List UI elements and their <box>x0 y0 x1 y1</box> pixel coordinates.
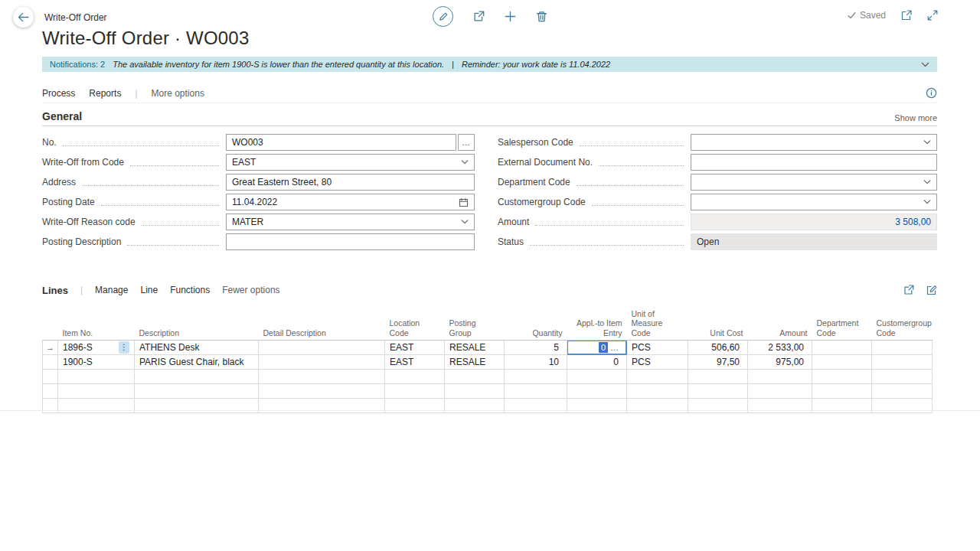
salesperson-code-combobox[interactable] <box>691 134 937 151</box>
lines-share-button[interactable] <box>903 285 914 295</box>
col-location-code[interactable]: Location Code <box>385 309 445 341</box>
cell-amount[interactable]: 975,00 <box>748 355 812 370</box>
empty-cell[interactable] <box>385 370 445 384</box>
empty-cell[interactable] <box>567 370 627 384</box>
writeoff-reason-code-combobox[interactable]: MATER <box>226 214 475 230</box>
col-appl-to-item-entry[interactable]: Appl.-to Item Entry <box>567 309 627 341</box>
address-input[interactable]: Great Eastern Street, 80 <box>226 174 475 191</box>
back-button[interactable] <box>13 7 34 28</box>
lines-menu-functions[interactable]: Functions <box>170 285 210 295</box>
external-document-no-input[interactable] <box>691 154 937 171</box>
empty-cell[interactable] <box>259 384 385 399</box>
page-inspector-button[interactable] <box>926 87 937 99</box>
open-in-window-button[interactable] <box>901 10 912 21</box>
cell-customergroup-code[interactable] <box>872 341 933 355</box>
empty-cell[interactable] <box>259 370 385 384</box>
cell-appl-to-item-entry-selected[interactable]: 0 … <box>567 341 627 355</box>
cell-item-no[interactable]: 1896-S ⋮ <box>58 341 135 355</box>
col-customergroup-code[interactable]: Customergroup Code <box>872 309 933 341</box>
breadcrumb[interactable]: Write-Off Order <box>44 12 107 23</box>
cell-location-code[interactable]: EAST <box>385 341 445 355</box>
posting-date-input[interactable]: 11.04.2022 <box>226 194 475 210</box>
empty-cell[interactable] <box>445 384 505 399</box>
empty-table-row[interactable] <box>43 384 933 399</box>
cell-department-code[interactable] <box>812 355 872 370</box>
cell-quantity[interactable]: 10 <box>505 355 567 370</box>
row-selector-cell[interactable] <box>43 370 58 384</box>
delete-button[interactable] <box>536 11 547 22</box>
col-department-code[interactable]: Department Code <box>812 309 872 341</box>
cell-unit-cost[interactable]: 97,50 <box>688 355 748 370</box>
empty-cell[interactable] <box>385 384 445 399</box>
cell-amount[interactable]: 2 533,00 <box>748 341 812 355</box>
col-unit-cost[interactable]: Unit Cost <box>688 309 748 341</box>
customergroup-code-combobox[interactable] <box>691 194 937 210</box>
row-selector-cell[interactable] <box>43 355 58 370</box>
empty-cell[interactable] <box>872 370 933 384</box>
col-description[interactable]: Description <box>135 309 259 341</box>
no-input[interactable]: WO003 <box>226 134 456 151</box>
empty-cell[interactable] <box>627 370 688 384</box>
col-posting-group[interactable]: Posting Group <box>445 309 505 341</box>
new-button[interactable] <box>505 11 516 22</box>
empty-cell[interactable] <box>812 370 872 384</box>
empty-cell[interactable] <box>567 384 627 399</box>
empty-cell[interactable] <box>58 384 135 399</box>
lines-menu-line[interactable]: Line <box>140 285 158 295</box>
edit-button[interactable] <box>433 6 453 27</box>
focus-mode-button[interactable] <box>927 10 938 21</box>
empty-cell[interactable] <box>688 384 748 399</box>
cell-posting-group[interactable]: RESALE <box>445 341 505 355</box>
share-button[interactable] <box>473 11 485 22</box>
menu-process[interactable]: Process <box>42 88 75 99</box>
posting-description-input[interactable] <box>226 233 475 250</box>
cell-posting-group[interactable]: RESALE <box>445 355 505 370</box>
empty-cell[interactable] <box>135 370 259 384</box>
cell-location-code[interactable]: EAST <box>385 355 445 370</box>
empty-cell[interactable] <box>505 370 567 384</box>
cell-unit-of-measure[interactable]: PCS <box>627 341 688 355</box>
notification-collapse-button[interactable] <box>921 61 929 68</box>
empty-cell[interactable] <box>748 384 812 399</box>
cell-description[interactable]: PARIS Guest Chair, black <box>135 355 259 370</box>
cell-description[interactable]: ATHENS Desk <box>135 341 259 355</box>
col-quantity[interactable]: Quantity <box>505 309 567 341</box>
empty-cell[interactable] <box>688 370 748 384</box>
general-section-title[interactable]: General <box>42 110 82 122</box>
cell-detail-description[interactable] <box>259 355 385 370</box>
empty-cell[interactable] <box>505 384 567 399</box>
lines-menu-manage[interactable]: Manage <box>95 285 128 295</box>
menu-more-options[interactable]: More options <box>152 88 204 99</box>
cell-assist-button[interactable]: … <box>610 343 619 352</box>
cell-appl-to-item-entry[interactable]: 0 <box>567 355 627 370</box>
menu-reports[interactable]: Reports <box>89 88 121 99</box>
empty-cell[interactable] <box>812 384 872 399</box>
empty-cell[interactable] <box>58 370 135 384</box>
empty-cell[interactable] <box>872 384 933 399</box>
cell-customergroup-code[interactable] <box>872 355 933 370</box>
cell-unit-of-measure[interactable]: PCS <box>627 355 688 370</box>
table-row[interactable]: → 1896-S ⋮ ATHENS Desk EAST RESALE 5 <box>43 341 933 355</box>
show-more-link[interactable]: Show more <box>894 113 937 122</box>
department-code-combobox[interactable] <box>691 174 937 191</box>
cell-unit-cost[interactable]: 506,60 <box>688 341 748 355</box>
col-detail-description[interactable]: Detail Description <box>259 309 385 341</box>
cell-department-code[interactable] <box>812 341 872 355</box>
cell-item-no[interactable]: 1900-S <box>58 355 135 370</box>
notifications-link[interactable]: Notifications: 2 <box>50 60 105 69</box>
lines-menu-fewer-options[interactable]: Fewer options <box>222 285 279 295</box>
col-unit-of-measure-code[interactable]: Unit of Measure Code <box>627 309 688 341</box>
row-selector-cell[interactable]: → <box>43 341 58 355</box>
empty-cell[interactable] <box>748 370 812 384</box>
writeoff-from-code-combobox[interactable]: EAST <box>226 154 475 171</box>
col-item-no[interactable]: Item No. <box>58 309 135 341</box>
empty-cell[interactable] <box>627 384 688 399</box>
lines-edit-list-button[interactable] <box>926 285 937 295</box>
cell-detail-description[interactable] <box>259 341 385 355</box>
no-assist-button[interactable]: … <box>458 134 475 151</box>
col-amount[interactable]: Amount <box>748 309 812 341</box>
empty-table-row[interactable] <box>43 370 933 384</box>
empty-cell[interactable] <box>445 370 505 384</box>
row-selector-cell[interactable] <box>43 384 58 399</box>
empty-cell[interactable] <box>135 384 259 399</box>
